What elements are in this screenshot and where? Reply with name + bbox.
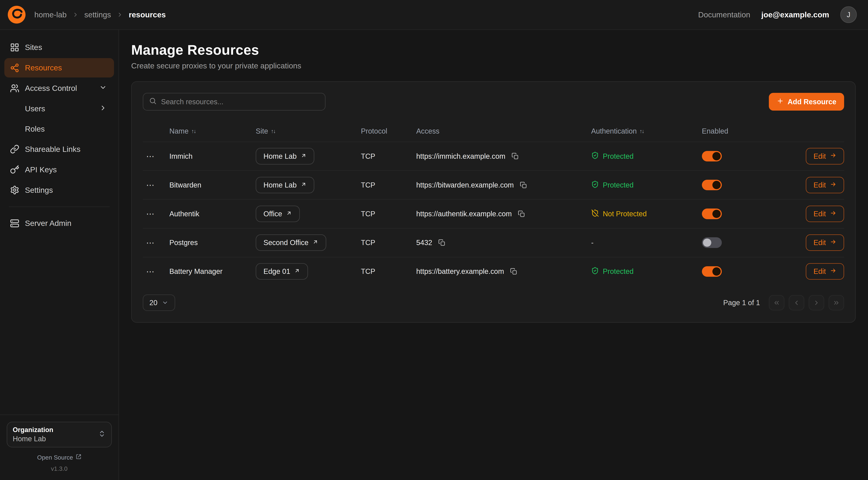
copy-icon[interactable] bbox=[519, 180, 528, 190]
chevrons-up-down-icon bbox=[98, 429, 106, 440]
edit-button[interactable]: Edit bbox=[806, 177, 844, 193]
user-email[interactable]: joe@example.com bbox=[762, 10, 829, 19]
column-header-name[interactable]: Name↑↓ bbox=[169, 127, 256, 135]
organization-selector[interactable]: Organization Home Lab bbox=[7, 422, 112, 447]
arrow-right-icon bbox=[830, 210, 837, 218]
resource-name: Immich bbox=[169, 152, 256, 160]
add-resource-button[interactable]: Add Resource bbox=[769, 93, 844, 111]
edit-button[interactable]: Edit bbox=[806, 148, 844, 164]
breadcrumb-resources[interactable]: resources bbox=[129, 10, 166, 19]
first-page-button[interactable] bbox=[769, 295, 784, 310]
resource-protocol: TCP bbox=[361, 152, 416, 160]
resource-name: Authentik bbox=[169, 210, 256, 218]
table-row: ⋯ Battery Manager Edge 01 TCP https://ba… bbox=[143, 257, 844, 286]
sidebar-item-api-keys[interactable]: API Keys bbox=[4, 160, 114, 179]
resources-table: Name↑↓ Site↑↓ Protocol Access Authentica… bbox=[143, 121, 844, 286]
edit-button[interactable]: Edit bbox=[806, 234, 844, 251]
key-icon bbox=[10, 165, 19, 174]
arrow-up-right-icon bbox=[286, 210, 292, 218]
sidebar-item-label: Access Control bbox=[25, 84, 77, 93]
row-menu-button[interactable]: ⋯ bbox=[143, 178, 158, 192]
table-row: ⋯ Postgres Second Office TCP 5432 - Edit bbox=[143, 228, 844, 257]
search-input[interactable] bbox=[161, 98, 319, 106]
enabled-toggle[interactable] bbox=[702, 266, 722, 277]
table-header-row: Name↑↓ Site↑↓ Protocol Access Authentica… bbox=[143, 121, 844, 142]
sidebar-item-roles[interactable]: Roles bbox=[4, 120, 114, 139]
enabled-toggle[interactable] bbox=[702, 151, 722, 161]
shield-check-icon bbox=[591, 151, 599, 161]
resource-name: Postgres bbox=[169, 239, 256, 247]
gear-icon bbox=[10, 185, 19, 195]
chevron-down-icon bbox=[162, 299, 168, 306]
sidebar-item-label: Sites bbox=[25, 43, 42, 52]
sidebar-footer: Organization Home Lab Open Source v1.3.0 bbox=[0, 415, 119, 480]
edit-button[interactable]: Edit bbox=[806, 206, 844, 222]
shield-check-icon bbox=[591, 180, 599, 190]
version-label: v1.3.0 bbox=[7, 466, 112, 472]
resource-access-url[interactable]: https://battery.example.com bbox=[416, 267, 504, 275]
enabled-toggle[interactable] bbox=[702, 180, 722, 190]
sidebar-item-sites[interactable]: Sites bbox=[4, 38, 114, 57]
resource-access-url[interactable]: https://authentik.example.com bbox=[416, 210, 512, 218]
documentation-link[interactable]: Documentation bbox=[698, 10, 750, 19]
next-page-button[interactable] bbox=[809, 295, 824, 310]
table-footer: 20 Page 1 of 1 bbox=[143, 295, 844, 311]
sidebar-item-resources[interactable]: Resources bbox=[4, 58, 114, 78]
edit-button[interactable]: Edit bbox=[806, 263, 844, 280]
avatar[interactable]: J bbox=[840, 6, 857, 23]
column-header-site[interactable]: Site↑↓ bbox=[256, 127, 361, 135]
external-link-icon bbox=[76, 454, 82, 461]
sidebar-item-users[interactable]: Users bbox=[4, 99, 114, 118]
page-size-select[interactable]: 20 bbox=[143, 295, 175, 311]
sidebar-item-settings[interactable]: Settings bbox=[4, 180, 114, 200]
page-title: Manage Resources bbox=[131, 42, 856, 58]
site-link-button[interactable]: Second Office bbox=[256, 234, 326, 251]
add-resource-label: Add Resource bbox=[788, 98, 836, 106]
breadcrumb: home-lab settings resources bbox=[34, 10, 166, 19]
resource-access-url[interactable]: https://immich.example.com bbox=[416, 152, 505, 160]
row-menu-button[interactable]: ⋯ bbox=[143, 150, 158, 163]
resource-protocol: TCP bbox=[361, 210, 416, 218]
resource-protocol: TCP bbox=[361, 181, 416, 189]
open-source-link[interactable]: Open Source bbox=[7, 454, 112, 461]
resource-access-url[interactable]: https://bitwarden.example.com bbox=[416, 181, 514, 189]
chevron-right-icon bbox=[99, 104, 108, 114]
site-link-button[interactable]: Home Lab bbox=[256, 177, 314, 193]
row-menu-button[interactable]: ⋯ bbox=[143, 207, 158, 220]
last-page-button[interactable] bbox=[829, 295, 844, 310]
copy-icon[interactable] bbox=[510, 151, 520, 161]
app-logo-icon[interactable] bbox=[8, 6, 26, 24]
share-icon bbox=[10, 63, 19, 72]
topbar: home-lab settings resources Documentatio… bbox=[0, 0, 868, 30]
prev-page-button[interactable] bbox=[789, 295, 804, 310]
enabled-toggle[interactable] bbox=[702, 209, 722, 219]
copy-icon[interactable] bbox=[509, 267, 519, 276]
sidebar-item-access-control[interactable]: Access Control bbox=[4, 79, 114, 98]
site-link-button[interactable]: Office bbox=[256, 206, 300, 222]
open-source-label: Open Source bbox=[37, 454, 73, 461]
organization-value: Home Lab bbox=[13, 435, 53, 443]
copy-icon[interactable] bbox=[517, 209, 526, 218]
table-row: ⋯ Immich Home Lab TCP https://immich.exa… bbox=[143, 142, 844, 170]
sidebar-item-server-admin[interactable]: Server Admin bbox=[4, 214, 114, 233]
breadcrumb-settings[interactable]: settings bbox=[84, 10, 111, 19]
search-input-wrapper bbox=[143, 93, 326, 111]
site-link-button[interactable]: Home Lab bbox=[256, 148, 314, 164]
enabled-toggle[interactable] bbox=[702, 237, 722, 248]
chevron-right-icon bbox=[117, 11, 123, 18]
column-header-authentication[interactable]: Authentication↑↓ bbox=[591, 127, 702, 135]
copy-icon[interactable] bbox=[437, 238, 446, 247]
sidebar-item-shareable-links[interactable]: Shareable Links bbox=[4, 140, 114, 159]
row-menu-button[interactable]: ⋯ bbox=[143, 236, 158, 249]
resource-access-port: 5432 bbox=[416, 239, 432, 247]
auth-status-badge: Protected bbox=[591, 180, 702, 190]
row-menu-button[interactable]: ⋯ bbox=[143, 265, 158, 278]
sidebar-item-label: Settings bbox=[25, 186, 53, 194]
auth-status-badge: Not Protected bbox=[591, 209, 702, 219]
auth-status-badge: - bbox=[591, 239, 702, 247]
breadcrumb-home-lab[interactable]: home-lab bbox=[34, 10, 67, 19]
site-link-button[interactable]: Edge 01 bbox=[256, 263, 308, 280]
search-icon bbox=[149, 97, 157, 107]
page-indicator: Page 1 of 1 bbox=[723, 299, 760, 307]
grid-icon bbox=[10, 43, 19, 52]
